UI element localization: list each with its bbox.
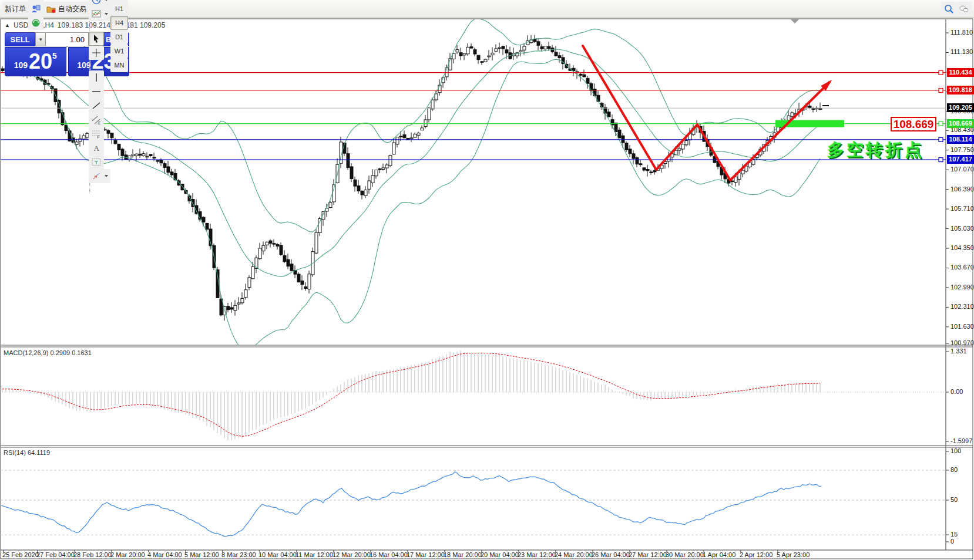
price-axis-tick: 103.670 [951,264,974,271]
line-handle [939,137,943,141]
search-icon [943,4,954,14]
toolbar-separator [89,183,90,193]
dropdown-arrow-icon[interactable] [105,13,108,15]
rsi-label: RSI(14) 64.1119 [4,449,50,456]
data-window-icon [31,4,41,14]
crosshair-icon [91,48,102,58]
navigator-icon [31,18,41,28]
sell-button[interactable]: SELL [5,32,35,46]
timeframe-d1-button[interactable]: D1 [110,30,128,44]
data-window-button[interactable] [28,2,43,16]
vertical-line-button[interactable] [89,70,104,85]
navigator-button[interactable] [28,16,43,30]
periods-icon [91,0,102,5]
timeframe-w1-button[interactable]: W1 [110,44,128,58]
toolbar-separator [89,60,90,70]
fibonacci-icon: F [91,129,102,139]
text-icon: A [91,143,102,153]
new-order-button[interactable]: 新订单 [2,2,28,16]
time-axis-label: 20 Mar 04:00 [481,551,519,558]
time-axis-label: 28 Feb 12:00 [73,551,112,558]
rsi-axis-tick: 15 [951,531,958,538]
chat-button[interactable] [956,2,972,16]
chart-canvas[interactable] [0,0,974,560]
timeframe-h4-button[interactable]: H4 [110,16,128,30]
level-price-badge: 109.818 [947,86,974,95]
macd-axis-tick: 0.00 [951,388,963,395]
time-axis-label: 4 Mar 04:00 [147,551,182,558]
search-button[interactable] [941,2,956,16]
vertical-line-icon [91,72,102,83]
price-axis-tick: 111.130 [951,48,973,55]
time-axis-label: 17 Mar 12:00 [407,551,445,558]
time-axis-label: 5 Apr 23:00 [777,551,810,558]
periods-button[interactable] [89,0,110,7]
main-toolbar: 新订单 自动交易 EFAT M1M5M15M30H1H4D1W1MN [0,0,974,18]
line-handle [939,89,943,93]
time-axis-label: 24 Mar 20:00 [555,551,593,558]
cursor-button[interactable] [89,32,104,46]
cursor-icon [91,33,102,44]
time-axis-label: 25 Feb 2020 [2,551,39,558]
crosshair-button[interactable] [89,46,104,60]
level-price-badge: 108.114 [947,135,974,144]
indicators-button[interactable] [89,7,110,21]
price-axis-tick: 100.970 [951,339,974,346]
mt4-terminal: 新订单 自动交易 EFAT M1M5M15M30H1H4D1W1MN ▲ USD… [0,0,974,560]
chat-icon [959,4,969,14]
turning-point-annotation[interactable]: 多空转折点 [827,139,924,162]
fibonacci-button[interactable]: F [89,127,104,141]
line-handle [939,158,943,162]
sell-price-figure: 109 [14,60,28,70]
level-price-badge: 108.669 [947,119,974,128]
time-axis-label: 27 Feb 04:00 [36,551,75,558]
collapse-chart-icon[interactable]: ▲ [5,22,10,28]
timeframe-h1-button[interactable]: H1 [110,2,128,16]
price-axis-tick: 105.710 [951,205,974,212]
price-annotation-box[interactable]: 108.669 [891,117,936,131]
macd-axis-tick: -1.5997 [951,437,972,444]
trendline-button[interactable] [89,99,104,113]
svg-text:F: F [98,135,100,139]
new-order-label: 新订单 [5,4,26,14]
trendline-icon [91,100,102,111]
time-axis-label: 11 Mar 12:00 [295,551,333,558]
price-axis-tick: 107.070 [951,166,974,173]
sell-price-pips: 20 [29,51,52,72]
sell-price-button[interactable]: 109 20 5 [5,47,66,76]
time-axis-label: 27 Mar 12:00 [629,551,667,558]
volume-input[interactable] [46,32,88,46]
dropdown-arrow-icon[interactable] [105,175,108,177]
level-price-badge: 110.434 [947,68,974,77]
text-button[interactable]: A [89,141,104,155]
horizontal-line-button[interactable] [89,85,104,99]
rsi-axis-tick: 80 [951,466,958,473]
dropdown-arrow-icon[interactable] [105,0,108,1]
line-handle [939,70,943,75]
timeframe-mn-button[interactable]: MN [110,58,128,72]
line-handle [939,122,943,126]
time-axis-label: 26 Mar 04:00 [592,551,630,558]
autotrade-label: 自动交易 [58,4,86,14]
volume-decrease-button[interactable]: ▼ [35,32,46,46]
time-axis-label: 2 Apr 12:00 [740,551,773,558]
price-axis-tick: 105.030 [951,225,974,232]
autotrade-button[interactable]: 自动交易 [43,2,89,16]
time-axis-label: 1 Apr 04:00 [703,551,735,558]
price-axis-tick: 104.350 [951,244,974,251]
arrows-icon [91,171,102,181]
svg-text:A: A [94,144,100,153]
macd-label: MACD(12,26,9) 0.2909 0.1631 [4,349,92,356]
arrows-button[interactable] [89,169,110,183]
price-axis-tick: 102.310 [951,303,974,310]
text-label-button[interactable]: T [89,155,104,169]
price-axis-tick: 101.630 [951,323,974,330]
equidistant-channel-button[interactable]: E [89,113,104,127]
time-axis-label: 8 Mar 23:00 [221,551,256,558]
svg-text:T: T [95,160,98,166]
price-axis-tick: 102.990 [951,284,974,291]
autotrade-icon [46,4,56,14]
svg-text:E: E [98,121,101,125]
time-axis-label: 12 Mar 20:00 [332,551,371,558]
equidistant-channel-icon: E [91,114,102,125]
